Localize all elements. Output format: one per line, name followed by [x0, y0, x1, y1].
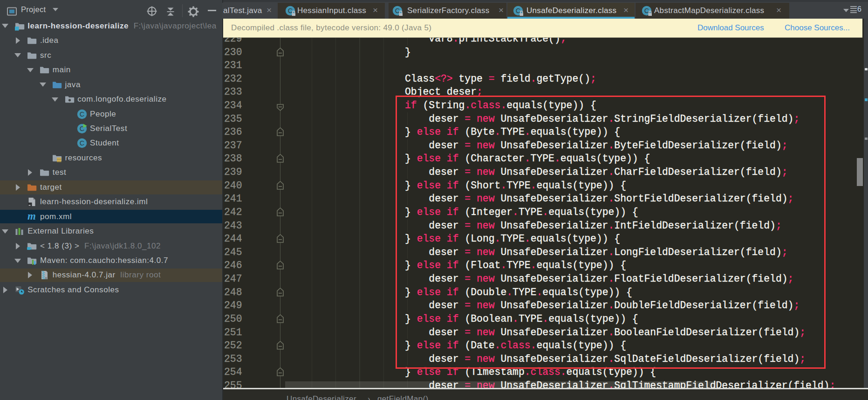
- svg-text:C: C: [79, 140, 84, 147]
- svg-text:C: C: [79, 110, 84, 118]
- svg-text:m: m: [27, 212, 36, 222]
